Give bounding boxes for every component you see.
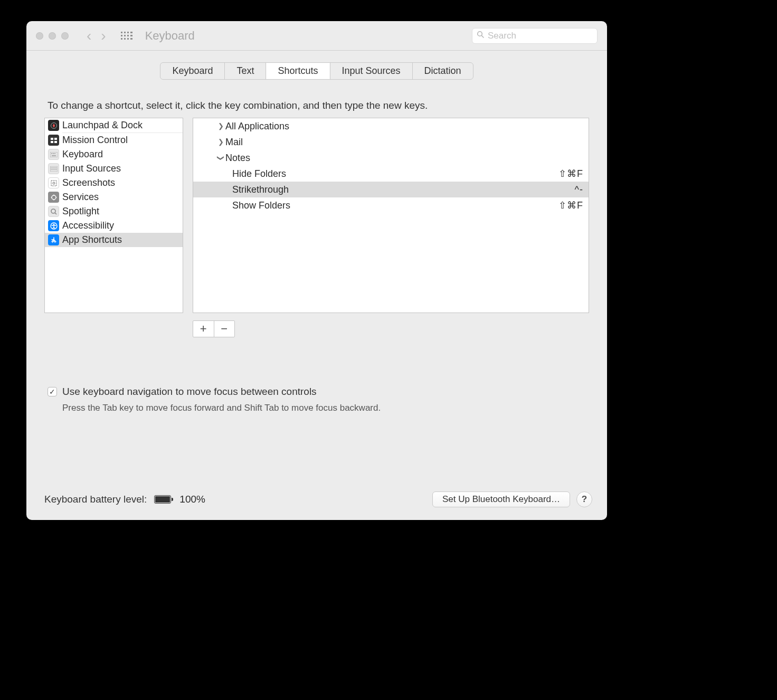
shortcut-row[interactable]: Show Folders ⇧⌘F [193, 197, 589, 213]
svg-rect-12 [50, 166, 58, 172]
category-spotlight[interactable]: Spotlight [45, 204, 183, 219]
shortcut-row[interactable]: Strikethrough ^- [193, 182, 589, 197]
svg-rect-3 [51, 138, 53, 140]
instruction-text: To change a shortcut, select it, click t… [44, 100, 589, 116]
category-keyboard[interactable]: Keyboard [45, 147, 183, 162]
svg-point-16 [53, 182, 55, 184]
shortcut-row[interactable]: Hide Folders ⇧⌘F [193, 166, 589, 182]
spotlight-icon [48, 206, 59, 217]
footer: Keyboard battery level: 100% Set Up Blue… [26, 485, 607, 520]
chevron-down-icon: ❯ [213, 155, 229, 161]
svg-rect-4 [54, 138, 57, 140]
shortcut-label: Hide Folders [232, 166, 286, 182]
search-field[interactable] [472, 28, 598, 44]
mission-control-icon [48, 135, 59, 146]
pane-resize-handle[interactable] [193, 207, 193, 223]
svg-rect-7 [50, 152, 58, 157]
svg-rect-9 [53, 153, 54, 154]
tab-dictation[interactable]: Dictation [413, 63, 473, 79]
help-button[interactable]: ? [576, 491, 592, 507]
app-shortcuts-icon: A [48, 234, 59, 245]
category-mission-control[interactable]: Mission Control [45, 133, 183, 147]
titlebar: ‹ › Keyboard [26, 21, 607, 51]
search-icon [477, 31, 485, 41]
input-sources-icon [48, 163, 59, 174]
category-label: App Shortcuts [62, 233, 122, 247]
group-all-applications[interactable]: ❯ All Applications [193, 118, 589, 134]
traffic-lights [36, 32, 69, 40]
category-label: Keyboard [62, 147, 103, 162]
tab-keyboard[interactable]: Keyboard [160, 63, 225, 79]
category-label: Services [62, 190, 99, 204]
svg-rect-10 [54, 153, 55, 154]
show-all-icon[interactable] [121, 30, 132, 42]
tab-input-sources[interactable]: Input Sources [330, 63, 413, 79]
category-services[interactable]: Services [45, 190, 183, 204]
category-label: Mission Control [62, 133, 128, 147]
zoom-window-button[interactable] [61, 32, 69, 40]
category-label: Accessibility [62, 219, 114, 233]
search-input[interactable] [488, 31, 593, 41]
svg-rect-15 [51, 181, 56, 186]
svg-point-18 [51, 209, 55, 213]
category-label: Spotlight [62, 204, 99, 219]
svg-line-19 [55, 213, 56, 214]
add-shortcut-button[interactable]: + [193, 321, 214, 337]
keyboard-nav-checkbox[interactable]: ✓ [48, 387, 57, 396]
launchpad-icon [48, 120, 59, 131]
group-label: Notes [225, 150, 250, 166]
window-title: Keyboard [145, 29, 195, 43]
screenshots-icon [48, 177, 59, 188]
keyboard-icon [48, 149, 59, 160]
group-notes[interactable]: ❯ Notes [193, 150, 589, 166]
svg-line-1 [482, 36, 484, 38]
category-label: Screenshots [62, 176, 115, 190]
tab-shortcuts[interactable]: Shortcuts [266, 63, 330, 79]
group-label: All Applications [225, 118, 289, 134]
category-launchpad-dock[interactable]: Launchpad & Dock [45, 118, 183, 133]
svg-point-17 [52, 195, 56, 200]
svg-point-21 [53, 223, 54, 225]
category-list: Launchpad & Dock Mission Control Keyboa [44, 118, 183, 313]
svg-rect-5 [51, 141, 53, 143]
minimize-window-button[interactable] [49, 32, 56, 40]
svg-rect-8 [51, 153, 52, 154]
shortcut-keys: ^- [575, 182, 583, 197]
back-button[interactable]: ‹ [87, 29, 91, 43]
tab-text[interactable]: Text [225, 63, 266, 79]
forward-button[interactable]: › [101, 29, 106, 43]
services-icon [48, 192, 59, 203]
remove-shortcut-button[interactable]: − [214, 321, 235, 337]
shortcut-label: Show Folders [232, 197, 290, 213]
battery-percent: 100% [179, 494, 205, 505]
svg-rect-6 [54, 141, 57, 143]
shortcut-keys: ⇧⌘F [558, 197, 583, 213]
category-input-sources[interactable]: Input Sources [45, 162, 183, 176]
shortcut-keys: ⇧⌘F [558, 166, 583, 182]
preferences-window: ‹ › Keyboard Keyboard Text Shortcuts Inp… [26, 21, 607, 520]
category-accessibility[interactable]: Accessibility [45, 219, 183, 233]
battery-label: Keyboard battery level: [44, 494, 147, 505]
close-window-button[interactable] [36, 32, 43, 40]
tabbar: Keyboard Text Shortcuts Input Sources Di… [160, 62, 473, 80]
add-remove-buttons: + − [193, 320, 235, 337]
svg-text:A: A [52, 239, 55, 244]
category-app-shortcuts[interactable]: A App Shortcuts [45, 233, 183, 247]
checkbox-label: Use keyboard navigation to move focus be… [62, 386, 317, 398]
checkbox-hint: Press the Tab key to move focus forward … [62, 403, 589, 413]
chevron-right-icon: ❯ [217, 134, 224, 150]
group-mail[interactable]: ❯ Mail [193, 134, 589, 150]
shortcuts-tree: ❯ All Applications ❯ Mail ❯ Notes [193, 118, 589, 313]
chevron-right-icon: ❯ [217, 118, 224, 134]
category-label: Launchpad & Dock [62, 118, 143, 133]
category-screenshots[interactable]: Screenshots [45, 176, 183, 190]
shortcut-label: Strikethrough [232, 182, 289, 197]
nav-arrows: ‹ › [87, 29, 106, 43]
accessibility-icon [48, 220, 59, 231]
battery-icon [154, 495, 171, 504]
group-label: Mail [225, 134, 243, 150]
bluetooth-keyboard-button[interactable]: Set Up Bluetooth Keyboard… [432, 491, 570, 507]
category-label: Input Sources [62, 162, 121, 176]
svg-rect-11 [52, 155, 56, 156]
